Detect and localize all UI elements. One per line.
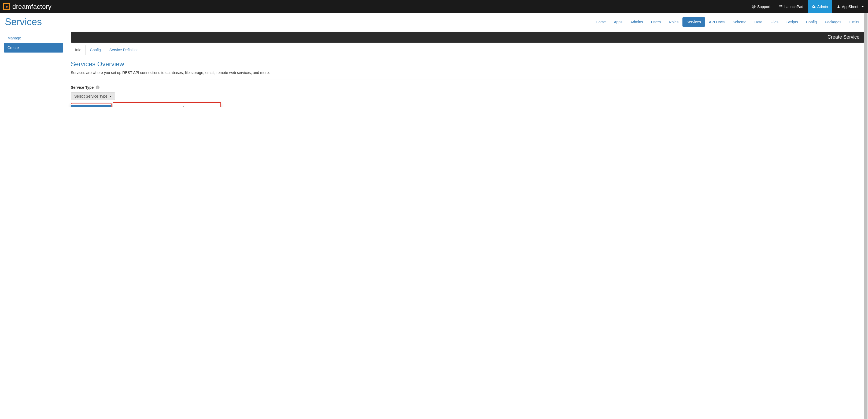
nav-packages[interactable]: Packages [821, 17, 845, 27]
select-service-type-button-label: Select Service Type [74, 94, 107, 98]
support-label: Support [757, 5, 770, 9]
svg-rect-8 [779, 6, 781, 7]
page-title[interactable]: Services [5, 17, 42, 28]
nav-roles[interactable]: Roles [665, 17, 682, 27]
scrollbar[interactable] [864, 13, 868, 107]
db-option-ibm-informix[interactable]: IBM Informix [167, 105, 220, 107]
db-option-aws-dynamodb[interactable]: AWS DynamoDB [113, 105, 167, 107]
user-label: AppSheet [842, 5, 859, 9]
nav-admins[interactable]: Admins [626, 17, 647, 27]
launchpad-label: LaunchPad [784, 5, 803, 9]
svg-line-4 [754, 5, 755, 6]
svg-rect-11 [781, 8, 782, 8]
brand[interactable]: dreamfactory [3, 3, 52, 10]
admin-link[interactable]: Admin [808, 0, 832, 13]
service-type-label-text: Service Type [71, 85, 94, 90]
second-nav-row: Services HomeAppsAdminsUsersRolesService… [0, 13, 868, 31]
nav-home[interactable]: Home [592, 17, 610, 27]
sidebar-item-manage[interactable]: Manage [4, 33, 63, 43]
nav-apps[interactable]: Apps [610, 17, 626, 27]
service-type-category-database[interactable]: Database [71, 105, 111, 107]
layout: Manage Create Create Service Info Config… [0, 31, 868, 107]
topbar-right: Support LaunchPad Admin AppSheet [748, 0, 868, 13]
support-link[interactable]: Support [748, 0, 775, 13]
admin-label: Admin [817, 5, 828, 9]
topbar: dreamfactory Support LaunchPad Admin App… [0, 0, 868, 13]
svg-rect-10 [779, 8, 781, 8]
overview-title: Services Overview [71, 60, 864, 68]
select-service-type-button[interactable]: Select Service Type [71, 92, 115, 100]
svg-line-5 [753, 7, 753, 8]
content: Services Overview Services are where you… [71, 55, 864, 107]
nav-limits[interactable]: Limits [845, 17, 863, 27]
nav-schema[interactable]: Schema [728, 17, 750, 27]
svg-point-12 [838, 5, 839, 7]
database-submenu: AWS DynamoDBAWS Redshift DBAzure Documen… [113, 102, 221, 107]
user-menu[interactable]: AppSheet [832, 0, 868, 13]
caret-down-icon [110, 96, 112, 97]
nav-config[interactable]: Config [802, 17, 820, 27]
user-icon [837, 5, 840, 8]
svg-line-3 [754, 7, 755, 8]
sidebar-item-create[interactable]: Create [4, 43, 63, 53]
svg-rect-9 [781, 6, 782, 7]
tab-info[interactable]: Info [71, 45, 86, 55]
svg-rect-7 [781, 5, 782, 5]
info-icon[interactable]: i [96, 86, 99, 89]
tab-config[interactable]: Config [86, 45, 105, 55]
svg-line-2 [753, 5, 753, 6]
sidebar: Manage Create [0, 31, 67, 107]
tab-service-definition[interactable]: Service Definition [105, 45, 143, 55]
launchpad-link[interactable]: LaunchPad [775, 0, 808, 13]
tabs: Info Config Service Definition [71, 45, 864, 55]
brand-logo-icon [3, 3, 10, 10]
nav-files[interactable]: Files [766, 17, 782, 27]
main-nav: HomeAppsAdminsUsersRolesServicesAPI Docs… [592, 17, 868, 27]
svg-point-1 [753, 6, 754, 7]
nav-services[interactable]: Services [682, 17, 705, 27]
nav-scripts[interactable]: Scripts [782, 17, 802, 27]
nav-data[interactable]: Data [750, 17, 767, 27]
gear-icon [812, 5, 816, 8]
main: Create Service Info Config Service Defin… [67, 31, 868, 107]
lifebuoy-icon [752, 5, 756, 8]
service-type-category-menu: DatabaseFileEmailNotificationRemote Serv… [71, 103, 112, 107]
service-type-label: Service Type i [71, 85, 864, 90]
svg-rect-6 [779, 5, 781, 5]
panel-header: Create Service [71, 32, 864, 43]
database-submenu-col2: IBM InformixMongoDBMySQLOraclePostgreSQL… [167, 105, 220, 107]
brand-text: dreamfactory [12, 3, 52, 10]
nav-api-docs[interactable]: API Docs [705, 17, 728, 27]
scrollbar-thumb[interactable] [864, 13, 867, 107]
grid-icon [779, 5, 783, 8]
overview-desc: Services are where you set up REST API c… [71, 70, 864, 80]
database-submenu-col1: AWS DynamoDBAWS Redshift DBAzure Documen… [113, 105, 167, 107]
nav-users[interactable]: Users [647, 17, 665, 27]
